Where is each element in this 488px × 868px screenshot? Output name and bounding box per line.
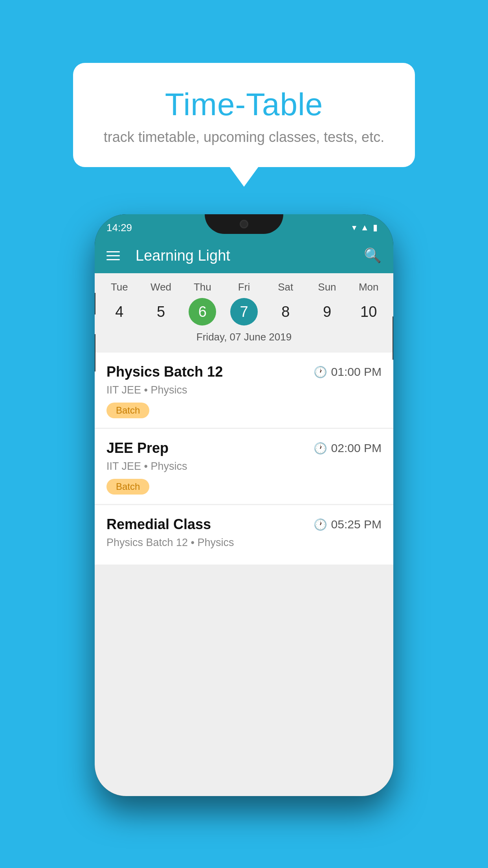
phone-wrapper: 14:29 ▾ ▲ ▮ Learning Light 🔍 xyxy=(95,214,393,796)
day-number: 5 xyxy=(147,298,175,326)
clock-icon: 🕐 xyxy=(314,366,327,379)
phone-side-left xyxy=(95,293,95,371)
card-title: Remedial Class xyxy=(106,516,211,533)
day-name-label: Sat xyxy=(278,281,293,293)
class-card-1[interactable]: JEE Prep🕐02:00 PMIIT JEE • PhysicsBatch xyxy=(95,429,393,504)
app-bar-title: Learning Light xyxy=(136,247,352,264)
day-name-label: Mon xyxy=(359,281,379,293)
calendar-day-wed[interactable]: Wed5 xyxy=(140,281,182,326)
clock-icon: 🕐 xyxy=(314,518,327,531)
day-number: 9 xyxy=(313,298,341,326)
calendar-day-thu[interactable]: Thu6 xyxy=(182,281,223,326)
signal-icon: ▲ xyxy=(360,223,369,233)
app-bar: Learning Light 🔍 xyxy=(95,238,393,273)
clock-icon: 🕐 xyxy=(314,442,327,455)
day-name-label: Thu xyxy=(194,281,211,293)
phone-side-right xyxy=(393,316,393,360)
card-title: Physics Batch 12 xyxy=(106,364,223,380)
day-name-label: Tue xyxy=(111,281,128,293)
time-value: 05:25 PM xyxy=(331,518,382,531)
card-time: 🕐02:00 PM xyxy=(314,441,382,455)
calendar-day-mon[interactable]: Mon10 xyxy=(348,281,389,326)
time-value: 01:00 PM xyxy=(331,365,382,379)
hamburger-menu-icon[interactable] xyxy=(106,251,120,260)
day-number: 10 xyxy=(355,298,382,326)
days-row: Tue4Wed5Thu6Fri7Sat8Sun9Mon10 xyxy=(95,281,393,326)
battery-icon: ▮ xyxy=(373,223,378,233)
day-number: 6 xyxy=(189,298,216,326)
day-name-label: Sun xyxy=(318,281,336,293)
class-card-2[interactable]: Remedial Class🕐05:25 PMPhysics Batch 12 … xyxy=(95,505,393,565)
phone-device: 14:29 ▾ ▲ ▮ Learning Light 🔍 xyxy=(95,214,393,796)
volume-down-btn xyxy=(95,334,95,371)
bubble-subtitle: track timetable, upcoming classes, tests… xyxy=(89,129,399,145)
card-header: Physics Batch 12🕐01:00 PM xyxy=(106,364,382,380)
card-header: JEE Prep🕐02:00 PM xyxy=(106,440,382,456)
speech-bubble-wrapper: Time-Table track timetable, upcoming cla… xyxy=(0,63,488,167)
day-name-label: Fri xyxy=(238,281,250,293)
card-time: 🕐05:25 PM xyxy=(314,518,382,531)
selected-date-label: Friday, 07 June 2019 xyxy=(95,326,393,349)
card-title: JEE Prep xyxy=(106,440,169,456)
batch-badge: Batch xyxy=(106,479,149,495)
calendar-strip: Tue4Wed5Thu6Fri7Sat8Sun9Mon10 Friday, 07… xyxy=(95,273,393,353)
card-time: 🕐01:00 PM xyxy=(314,365,382,379)
card-subtitle: Physics Batch 12 • Physics xyxy=(106,537,382,549)
power-btn xyxy=(393,316,393,360)
calendar-day-tue[interactable]: Tue4 xyxy=(99,281,140,326)
card-subtitle: IIT JEE • Physics xyxy=(106,384,382,396)
day-number: 8 xyxy=(272,298,299,326)
search-icon[interactable]: 🔍 xyxy=(364,247,382,264)
calendar-day-fri[interactable]: Fri7 xyxy=(223,281,265,326)
status-time: 14:29 xyxy=(106,222,132,234)
class-card-0[interactable]: Physics Batch 12🕐01:00 PMIIT JEE • Physi… xyxy=(95,353,393,428)
day-name-label: Wed xyxy=(150,281,171,293)
time-value: 02:00 PM xyxy=(331,441,382,455)
day-number: 4 xyxy=(106,298,133,326)
volume-up-btn xyxy=(95,293,95,314)
day-number: 7 xyxy=(230,298,258,326)
status-icons: ▾ ▲ ▮ xyxy=(352,223,378,233)
card-header: Remedial Class🕐05:25 PM xyxy=(106,516,382,533)
calendar-day-sun[interactable]: Sun9 xyxy=(306,281,348,326)
wifi-icon: ▾ xyxy=(352,223,356,233)
card-subtitle: IIT JEE • Physics xyxy=(106,460,382,473)
speech-bubble: Time-Table track timetable, upcoming cla… xyxy=(73,63,415,167)
calendar-day-sat[interactable]: Sat8 xyxy=(265,281,306,326)
phone-notch xyxy=(205,214,283,234)
content-area: Physics Batch 12🕐01:00 PMIIT JEE • Physi… xyxy=(95,353,393,796)
bubble-title: Time-Table xyxy=(89,86,399,123)
batch-badge: Batch xyxy=(106,403,149,418)
phone-camera xyxy=(240,220,248,228)
